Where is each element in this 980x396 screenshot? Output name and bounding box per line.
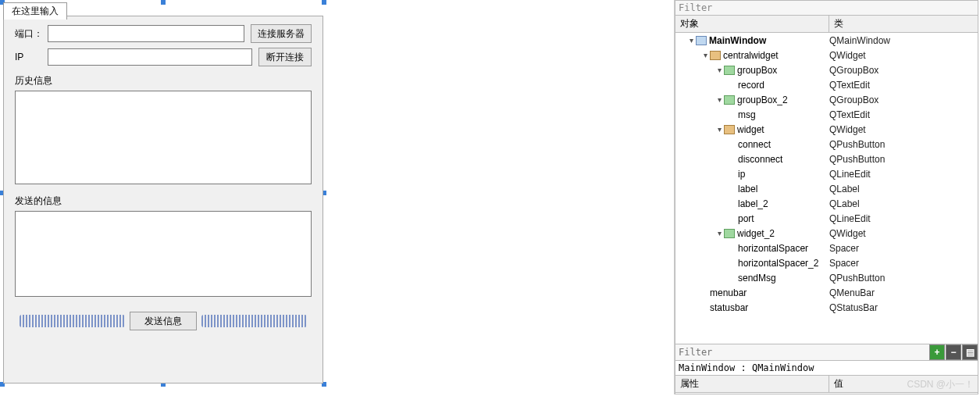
horizontal-spacer-icon <box>201 315 307 327</box>
horizontal-spacer-icon <box>20 315 125 327</box>
tree-row[interactable]: ▾MainWindowQMainWindow <box>675 33 978 48</box>
object-name: horizontalSpacer_2 <box>738 258 818 269</box>
send-button[interactable]: 发送信息 <box>130 312 197 330</box>
expand-icon[interactable]: ▤ <box>962 344 978 360</box>
object-name: ip <box>738 169 745 180</box>
object-tree[interactable]: ▾MainWindowQMainWindow▾centralwidgetQWid… <box>675 33 978 344</box>
object-name: widget <box>737 124 764 135</box>
resize-handle[interactable] <box>322 0 326 5</box>
expand-arrow-icon[interactable]: ▾ <box>700 51 710 59</box>
value-column-header[interactable]: 值 <box>829 376 978 392</box>
class-name: QWidget <box>829 124 978 135</box>
object-name: groupBox_2 <box>737 95 788 105</box>
class-name: QLabel <box>829 198 978 209</box>
class-name: QMenuBar <box>829 287 978 298</box>
remove-icon[interactable]: − <box>946 344 961 360</box>
ip-label: IP <box>15 52 48 62</box>
layout-icon <box>724 95 735 105</box>
ip-input[interactable] <box>48 48 252 66</box>
tree-row[interactable]: ▾widgetQWidget <box>675 122 978 137</box>
object-name: horizontalSpacer <box>738 243 808 254</box>
object-name: centralwidget <box>723 50 779 61</box>
filter-input-top[interactable]: Filter <box>675 0 978 16</box>
object-name: record <box>738 80 764 91</box>
resize-handle[interactable] <box>161 0 166 5</box>
message-textarea[interactable] <box>15 211 312 297</box>
object-name: msg <box>738 109 756 120</box>
class-name: QGroupBox <box>829 95 978 105</box>
tree-row[interactable]: statusbarQStatusBar <box>675 300 978 315</box>
object-name: widget_2 <box>737 228 775 239</box>
object-name: connect <box>738 139 771 150</box>
expand-arrow-icon[interactable]: ▾ <box>715 95 724 104</box>
class-name: QLineEdit <box>829 169 978 180</box>
tree-header: 对象 类 <box>675 16 978 33</box>
selection-status: MainWindow : QMainWindow <box>675 361 978 376</box>
class-name: QTextEdit <box>829 80 978 91</box>
object-name: menubar <box>710 287 747 298</box>
tree-row[interactable]: disconnectQPushButton <box>675 152 978 166</box>
object-name: label <box>738 184 757 194</box>
history-textarea[interactable] <box>15 91 312 184</box>
expand-arrow-icon[interactable]: ▾ <box>715 66 724 74</box>
expand-arrow-icon[interactable]: ▾ <box>715 125 724 134</box>
object-name: MainWindow <box>709 35 766 46</box>
tree-row[interactable]: ipQLineEdit <box>675 166 978 181</box>
tree-row[interactable]: horizontalSpacerSpacer <box>675 241 978 255</box>
add-icon[interactable]: + <box>929 344 945 360</box>
object-name: label_2 <box>738 198 768 209</box>
filter-input-bottom[interactable] <box>675 344 928 360</box>
object-name: sendMsg <box>738 273 776 284</box>
tree-row[interactable]: msgQTextEdit <box>675 107 978 122</box>
class-name: Spacer <box>829 243 978 254</box>
tree-row[interactable]: labelQLabel <box>675 181 978 196</box>
tree-row[interactable]: connectQPushButton <box>675 137 978 152</box>
tree-row[interactable]: label_2QLabel <box>675 196 978 211</box>
tree-row[interactable]: ▾centralwidgetQWidget <box>675 48 978 62</box>
tree-row[interactable]: ▾widget_2QWidget <box>675 226 978 241</box>
object-name: port <box>738 213 754 224</box>
tree-row[interactable]: horizontalSpacer_2Spacer <box>675 255 978 270</box>
object-column-header[interactable]: 对象 <box>675 16 829 32</box>
expand-arrow-icon[interactable]: ▾ <box>686 36 696 45</box>
widget-icon <box>710 51 721 60</box>
class-column-header[interactable]: 类 <box>829 16 978 32</box>
tree-row[interactable]: ▾groupBoxQGroupBox <box>675 62 978 77</box>
property-header: 属性 值 <box>675 376 978 393</box>
class-name: QLineEdit <box>829 213 978 224</box>
class-name: QStatusBar <box>829 302 978 313</box>
property-column-header[interactable]: 属性 <box>675 376 829 392</box>
tree-row[interactable]: ▾groupBox_2QGroupBox <box>675 92 978 107</box>
class-name: QPushButton <box>829 154 978 165</box>
expand-arrow-icon[interactable]: ▾ <box>715 229 724 237</box>
layout-icon <box>724 66 735 75</box>
tree-row[interactable]: sendMsgQPushButton <box>675 270 978 285</box>
class-name: QTextEdit <box>829 109 978 120</box>
class-name: QGroupBox <box>829 65 978 76</box>
class-name: Spacer <box>829 258 978 269</box>
class-name: QLabel <box>829 184 978 194</box>
class-name: QMainWindow <box>829 35 978 46</box>
window-icon <box>696 36 707 45</box>
tree-row[interactable]: recordQTextEdit <box>675 77 978 92</box>
connect-button[interactable]: 连接服务器 <box>251 24 312 43</box>
form-designer: 在这里输入 端口： 连接服务器 IP 断开连接 历史信息 发送的信息 <box>0 0 326 387</box>
class-name: QPushButton <box>829 139 978 150</box>
object-name: groupBox <box>737 65 777 76</box>
property-table[interactable] <box>675 393 978 394</box>
port-input[interactable] <box>48 25 244 42</box>
widget-icon <box>724 125 735 134</box>
tree-row[interactable]: menubarQMenuBar <box>675 285 978 300</box>
port-label: 端口： <box>15 27 48 41</box>
object-name: disconnect <box>738 154 782 165</box>
history-label: 历史信息 <box>15 74 312 87</box>
disconnect-button[interactable]: 断开连接 <box>258 48 312 66</box>
filter-bar-bottom: + − ▤ <box>675 344 978 361</box>
object-name: statusbar <box>710 302 748 313</box>
class-name: QWidget <box>829 50 978 61</box>
tree-row[interactable]: portQLineEdit <box>675 211 978 226</box>
send-label: 发送的信息 <box>15 194 312 208</box>
layout-icon <box>724 229 735 238</box>
class-name: QWidget <box>829 228 978 239</box>
form-body[interactable]: 端口： 连接服务器 IP 断开连接 历史信息 发送的信息 发送信息 <box>3 16 323 384</box>
